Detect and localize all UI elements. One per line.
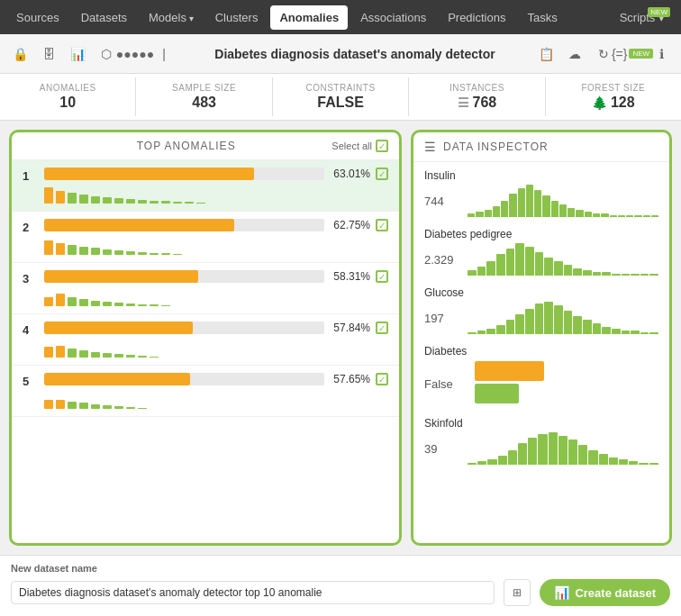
hist-bar: [564, 265, 573, 276]
stat-value: ☰768: [409, 95, 544, 111]
mini-bar: [161, 253, 170, 255]
anomaly-checkbox[interactable]: ✓: [376, 219, 388, 231]
inspector-row: 39: [424, 433, 658, 465]
select-all-button[interactable]: Select all ✓: [331, 140, 388, 152]
nav-tasks[interactable]: Tasks: [518, 5, 566, 30]
instances-icon: ☰: [458, 95, 469, 110]
database-icon[interactable]: 🗄: [38, 43, 59, 65]
nav-associations[interactable]: Associations: [351, 5, 435, 30]
mini-bar: [79, 195, 88, 204]
field-value: 2.329: [424, 253, 460, 267]
main-bar-row: 58.31% ✓: [44, 270, 388, 283]
anomaly-number: 4: [23, 323, 37, 337]
field-name: Skinfold: [424, 417, 658, 430]
mini-bar: [68, 402, 77, 409]
cluster-icon[interactable]: ⬡: [95, 43, 117, 65]
anomaly-bar-bg: [44, 322, 324, 334]
mini-bar: [173, 202, 182, 204]
hist-bar: [602, 327, 611, 334]
nav-datasets[interactable]: Datasets: [72, 5, 136, 30]
hist-bar: [525, 309, 534, 334]
feature-bars: [44, 338, 388, 358]
info-icon[interactable]: ℹ: [650, 43, 672, 65]
stat-forest-size: FOREST SIZE 🌲128: [546, 77, 681, 116]
nav-sources[interactable]: Sources: [7, 5, 68, 30]
hist-bar: [542, 195, 549, 217]
navbar: Sources Datasets Models Clusters Anomali…: [0, 0, 681, 34]
mini-bar: [126, 407, 135, 409]
field-name: Glucose: [424, 286, 658, 299]
anomaly-item[interactable]: 2 62.75% ✓: [12, 212, 399, 263]
hist-bar: [612, 274, 621, 276]
hist-bar: [583, 270, 592, 276]
nav-models[interactable]: Models: [140, 5, 203, 30]
chart-icon[interactable]: 📊: [67, 43, 88, 65]
hist-bar: [601, 213, 608, 217]
mini-bar: [44, 240, 53, 255]
anomaly-checkbox[interactable]: ✓: [376, 168, 388, 180]
anomaly-checkbox[interactable]: ✓: [376, 270, 388, 283]
upload-icon[interactable]: ☁: [564, 43, 586, 65]
hist-bar: [576, 210, 583, 217]
dataset-name-input[interactable]: [11, 581, 495, 604]
stats-bar: ANOMALIES 10SAMPLE SIZE 483CONSTRAINTS F…: [0, 74, 681, 121]
anomaly-number: 2: [23, 221, 37, 234]
mini-bar: [150, 201, 159, 204]
mini-bar: [126, 251, 135, 255]
copy-icon[interactable]: 📋: [535, 43, 557, 65]
hist-bar: [468, 213, 475, 217]
mini-bar: [173, 254, 182, 255]
bottom-row: ⊞ 📊 Create dataset: [11, 579, 670, 606]
field-value: 197: [424, 312, 460, 325]
nav-anomalies[interactable]: Anomalies: [270, 5, 348, 30]
hist-bar: [515, 314, 524, 334]
mini-bar: [138, 304, 147, 306]
anomaly-item[interactable]: 3 58.31% ✓: [12, 263, 399, 314]
mini-bar: [126, 303, 135, 306]
inspector-row: 197: [424, 303, 658, 334]
hist-bar: [518, 443, 527, 465]
inspector-field-item: Diabetes False: [424, 345, 658, 406]
top-anomalies-panel: TOP ANOMALIES Select all ✓ 1 63.01% ✓ 2: [9, 130, 402, 546]
hist-bar: [486, 261, 495, 276]
hist-bar: [468, 463, 477, 465]
hist-bar: [486, 329, 495, 334]
hist-bar: [468, 332, 477, 334]
dots-icon[interactable]: ●●●●●: [124, 43, 146, 65]
hist-bar: [493, 206, 500, 217]
select-all-checkbox[interactable]: ✓: [376, 140, 388, 152]
hist-bar: [602, 272, 611, 276]
anomaly-bar-bg: [44, 168, 324, 180]
anomaly-number: 1: [23, 169, 37, 183]
histogram: [468, 433, 658, 465]
anomaly-checkbox[interactable]: ✓: [376, 322, 388, 334]
anomaly-item[interactable]: 4 57.84% ✓: [12, 314, 399, 366]
anomaly-item[interactable]: 1 63.01% ✓: [12, 160, 399, 212]
mini-bar: [79, 403, 88, 409]
hist-bar: [578, 445, 587, 465]
anomaly-bar-bg: [44, 219, 324, 231]
lock-icon[interactable]: 🔒: [9, 43, 31, 65]
hist-bar: [609, 457, 618, 465]
mini-bar: [150, 253, 159, 255]
mini-bar: [68, 245, 77, 255]
main-bar-row: 57.84% ✓: [44, 322, 388, 334]
mini-bar: [44, 187, 53, 204]
anomaly-checkbox[interactable]: ✓: [376, 373, 388, 385]
mini-bar: [138, 200, 147, 204]
separator-icon: |: [153, 43, 175, 65]
anomaly-bar-fill: [44, 270, 198, 283]
nav-clusters[interactable]: Clusters: [206, 5, 268, 30]
nav-scripts[interactable]: Scripts NEW ▾: [611, 5, 674, 30]
create-dataset-button[interactable]: 📊 Create dataset: [540, 579, 670, 606]
code-icon[interactable]: {=} NEW: [622, 43, 643, 65]
mini-bar: [138, 408, 147, 409]
anomaly-item[interactable]: 5 57.65% ✓: [12, 366, 399, 417]
nav-predictions[interactable]: Predictions: [439, 5, 514, 30]
hist-bar: [534, 190, 541, 217]
table-view-button[interactable]: ⊞: [504, 579, 531, 606]
anomaly-bar-bg: [44, 373, 324, 385]
mini-bar: [91, 404, 100, 409]
hist-bar: [640, 274, 649, 276]
main-bar-row: 63.01% ✓: [44, 168, 388, 180]
